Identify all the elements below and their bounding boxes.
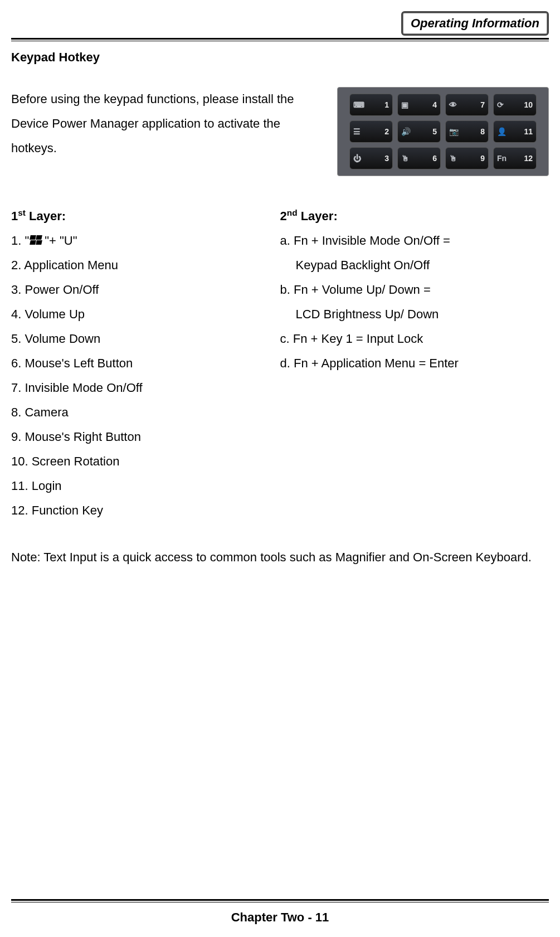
top-rule: [11, 38, 549, 41]
key-glyph-icon: ⏻: [353, 154, 361, 163]
first-layer-heading: 1st Layer:: [11, 204, 280, 229]
first-layer-item: 5. Volume Down: [11, 327, 280, 351]
heading-pre: 1: [11, 209, 18, 223]
first-layer-item: 7. Invisible Mode On/Off: [11, 376, 280, 400]
second-layer-item-b2: LCD Brightness Up/ Down: [280, 302, 549, 327]
item1-post: "+ "U": [45, 229, 77, 253]
key-glyph-icon: 🖱: [401, 154, 409, 163]
key-num: 11: [524, 127, 533, 136]
page: Operating Information Keypad Hotkey Befo…: [0, 0, 560, 937]
key-num: 3: [384, 154, 389, 163]
key-glyph-icon: 🖱: [449, 154, 457, 163]
page-footer: Chapter Two - 11: [11, 897, 549, 925]
second-layer-item-a1: a. Fn + Invisible Mode On/Off =: [280, 229, 549, 253]
key-num: 1: [384, 100, 389, 109]
footer-text: Chapter Two - 11: [11, 910, 549, 925]
first-layer-column: 1st Layer: 1. " "+ "U" 2. Application Me…: [11, 204, 280, 523]
key: 🖱9: [445, 147, 489, 169]
key-num: 4: [432, 100, 437, 109]
key-glyph-icon: 📷: [449, 127, 459, 136]
section-title: Keypad Hotkey: [11, 50, 549, 65]
first-layer-item: 8. Camera: [11, 400, 280, 425]
key: ⏻3: [349, 147, 393, 169]
item1-pre: 1. ": [11, 229, 29, 253]
note-text: Note: Text Input is a quick access to co…: [11, 545, 549, 570]
first-layer-item: 10. Screen Rotation: [11, 449, 280, 474]
key-glyph-icon: 🔊: [401, 127, 411, 136]
second-layer-item-b1: b. Fn + Volume Up/ Down =: [280, 278, 549, 302]
key: 👤11: [493, 120, 537, 143]
heading-sup: st: [18, 208, 26, 217]
key: ▣4: [397, 94, 441, 116]
heading-pre: 2: [280, 209, 287, 223]
first-layer-item: 4. Volume Up: [11, 302, 280, 327]
key-num: 6: [432, 154, 437, 163]
key-num: 7: [480, 100, 485, 109]
key: 🖱6: [397, 147, 441, 169]
key-glyph-icon: 👤: [497, 127, 507, 136]
first-layer-item: 6. Mouse's Left Button: [11, 351, 280, 376]
key: Fn12: [493, 147, 537, 169]
key-num: 5: [432, 127, 437, 136]
windows-icon: [30, 235, 43, 246]
key: 👁7: [445, 94, 489, 116]
intro-row: Before using the keypad functions, pleas…: [11, 87, 549, 176]
header-badge: Operating Information: [401, 11, 549, 36]
key-glyph-icon: Fn: [497, 154, 507, 163]
heading-sup: nd: [287, 208, 298, 217]
key-num: 2: [384, 127, 389, 136]
bottom-rule: [11, 899, 549, 902]
key: 🔊5: [397, 120, 441, 143]
key: ⟳10: [493, 94, 537, 116]
key-num: 12: [524, 154, 533, 163]
second-layer-item-a2: Keypad Backlight On/Off: [280, 253, 549, 278]
key: ☰2: [349, 120, 393, 143]
intro-text: Before using the keypad functions, pleas…: [11, 87, 315, 161]
second-layer-item-d: d. Fn + Application Menu = Enter: [280, 351, 549, 376]
keypad-image: ⌨1 ▣4 👁7 ⟳10 ☰2 🔊5 📷8 👤11 ⏻3 🖱6 🖱9 Fn12: [337, 87, 549, 176]
first-layer-item: 3. Power On/Off: [11, 278, 280, 302]
columns: 1st Layer: 1. " "+ "U" 2. Application Me…: [11, 204, 549, 523]
key-glyph-icon: ⌨: [353, 100, 364, 109]
second-layer-item-c: c. Fn + Key 1 = Input Lock: [280, 327, 549, 351]
key: ⌨1: [349, 94, 393, 116]
key-glyph-icon: 👁: [449, 100, 457, 109]
key: 📷8: [445, 120, 489, 143]
first-layer-item: 2. Application Menu: [11, 253, 280, 278]
key-glyph-icon: ⟳: [497, 100, 504, 109]
key-num: 9: [480, 154, 485, 163]
key-glyph-icon: ☰: [353, 127, 361, 136]
key-num: 8: [480, 127, 485, 136]
key-glyph-icon: ▣: [401, 100, 408, 109]
heading-post: Layer:: [298, 209, 338, 223]
second-layer-column: 2nd Layer: a. Fn + Invisible Mode On/Off…: [280, 204, 549, 523]
first-layer-item: 11. Login: [11, 474, 280, 498]
heading-post: Layer:: [26, 209, 66, 223]
first-layer-item: 9. Mouse's Right Button: [11, 425, 280, 449]
key-num: 10: [524, 100, 533, 109]
second-layer-heading: 2nd Layer:: [280, 204, 549, 229]
first-layer-item-1: 1. " "+ "U": [11, 229, 77, 253]
first-layer-item: 12. Function Key: [11, 498, 280, 523]
